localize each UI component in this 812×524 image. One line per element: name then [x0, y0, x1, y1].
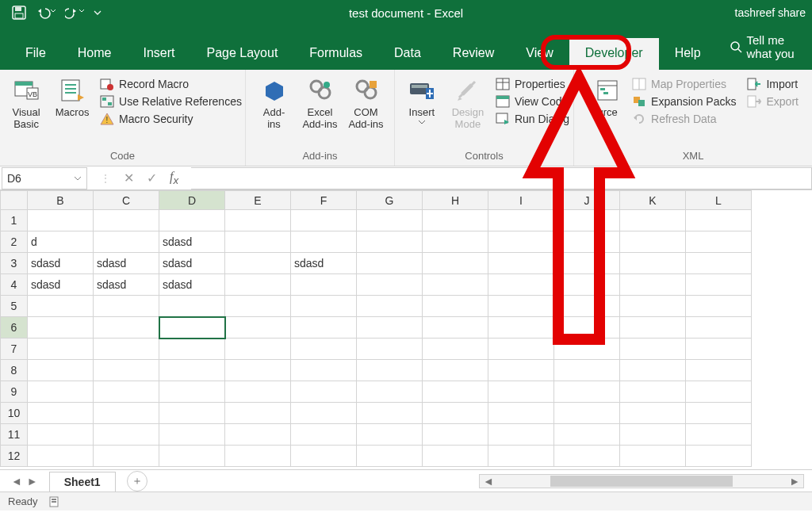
record-macro-icon	[100, 78, 114, 90]
tab-insert[interactable]: Insert	[127, 38, 190, 70]
svg-rect-54	[52, 501, 56, 503]
row-header[interactable]: 4	[1, 274, 28, 296]
username-label[interactable]: tashreef share	[735, 6, 806, 19]
tell-me-search[interactable]: Tell me what you	[717, 25, 812, 70]
row-header[interactable]: 6	[1, 317, 28, 338]
scroll-right-icon[interactable]: ►	[786, 475, 803, 488]
row-header[interactable]: 12	[1, 446, 28, 467]
select-all-corner[interactable]	[1, 191, 28, 210]
excel-addins-button[interactable]: Excel Add-ins	[297, 73, 343, 130]
design-mode-icon	[456, 76, 480, 105]
row-header[interactable]: 11	[1, 424, 28, 446]
view-code-icon	[496, 95, 510, 108]
tab-file[interactable]: File	[10, 38, 62, 70]
sheet-tab-bar: ◄ ► Sheet1 ＋ ◄ ►	[0, 469, 812, 491]
svg-point-3	[731, 42, 739, 50]
col-header[interactable]: E	[225, 191, 291, 210]
insert-control-button[interactable]: Insert	[399, 73, 445, 124]
col-header[interactable]: D	[159, 191, 225, 210]
col-header[interactable]: K	[620, 191, 686, 210]
tab-developer[interactable]: Developer	[569, 38, 659, 70]
map-properties-button[interactable]: Map Properties	[632, 78, 736, 90]
scrollbar-thumb[interactable]	[550, 476, 733, 487]
sheet-nav-next-icon[interactable]: ►	[27, 475, 38, 488]
macro-security-button[interactable]: ! Macro Security	[100, 113, 242, 125]
tab-help[interactable]: Help	[659, 38, 717, 70]
svg-rect-6	[15, 82, 33, 86]
svg-rect-48	[638, 100, 645, 106]
svg-rect-44	[603, 92, 608, 94]
status-bar: Ready	[0, 491, 812, 511]
addins-button[interactable]: Add- ins	[251, 73, 297, 130]
svg-marker-13	[78, 94, 84, 101]
svg-marker-21	[266, 82, 283, 101]
col-header[interactable]: J	[554, 191, 620, 210]
tab-page-layout[interactable]: Page Layout	[190, 38, 293, 70]
ribbon-tabs: File Home Insert Page Layout Formulas Da…	[0, 25, 812, 70]
view-code-button[interactable]: View Code	[496, 95, 569, 108]
svg-rect-51	[748, 96, 756, 107]
name-box[interactable]: D6	[2, 167, 87, 189]
formula-controls: ⋮ ✕ ✓ fx	[87, 170, 191, 186]
undo-icon[interactable]	[36, 6, 56, 19]
properties-button[interactable]: Properties	[496, 78, 569, 90]
macros-button[interactable]: Macros	[49, 73, 95, 118]
sheet-tab[interactable]: Sheet1	[49, 472, 116, 491]
visual-basic-button[interactable]: VB Visual Basic	[3, 73, 49, 130]
use-relative-references-button[interactable]: Use Relative References	[100, 95, 242, 108]
svg-line-4	[738, 49, 741, 52]
xml-source-button[interactable]: urce	[588, 73, 627, 118]
tab-view[interactable]: View	[510, 38, 569, 70]
row-header[interactable]: 1	[1, 210, 28, 231]
row-header[interactable]: 5	[1, 296, 28, 317]
row-header[interactable]: 3	[1, 253, 28, 274]
redo-icon[interactable]	[65, 6, 84, 19]
import-icon	[747, 78, 761, 90]
tab-data[interactable]: Data	[378, 38, 437, 70]
group-label-addins: Add-ins	[302, 150, 337, 164]
selected-cell[interactable]	[159, 317, 225, 338]
spreadsheet-grid[interactable]: B C D E F G H I J K L 1 2dsdasd 3sdasdsd…	[0, 190, 812, 469]
row-header[interactable]: 10	[1, 403, 28, 424]
formula-input[interactable]	[191, 167, 812, 189]
scroll-left-icon[interactable]: ◄	[480, 475, 497, 488]
row-header[interactable]: 9	[1, 381, 28, 403]
qat-customize-icon[interactable]	[94, 9, 102, 17]
col-header[interactable]: H	[423, 191, 488, 210]
save-icon[interactable]	[11, 5, 27, 21]
design-mode-button[interactable]: Design Mode	[445, 73, 491, 130]
row-header[interactable]: 2	[1, 231, 28, 253]
col-header[interactable]: B	[28, 191, 94, 210]
xml-source-icon	[596, 76, 619, 105]
col-header[interactable]: G	[357, 191, 423, 210]
row-header[interactable]: 7	[1, 338, 28, 360]
tab-review[interactable]: Review	[437, 38, 510, 70]
chevron-down-icon[interactable]	[74, 176, 82, 181]
macro-record-status-icon[interactable]	[49, 496, 62, 507]
record-macro-button[interactable]: Record Macro	[100, 78, 242, 90]
add-sheet-button[interactable]: ＋	[127, 471, 147, 491]
svg-rect-9	[62, 80, 79, 101]
tab-home[interactable]: Home	[62, 38, 128, 70]
com-addins-button[interactable]: COM Add-ins	[343, 73, 389, 130]
cancel-formula-icon[interactable]: ✕	[124, 170, 134, 186]
visual-basic-icon: VB	[13, 76, 40, 105]
refresh-data-button[interactable]: Refresh Data	[632, 113, 736, 125]
sheet-nav-prev-icon[interactable]: ◄	[11, 475, 22, 488]
xml-export-button[interactable]: Export	[747, 95, 798, 108]
row-header[interactable]: 8	[1, 360, 28, 381]
col-header[interactable]: C	[94, 191, 159, 210]
fx-icon[interactable]: fx	[170, 170, 178, 186]
svg-rect-2	[15, 13, 23, 18]
expansion-packs-button[interactable]: Expansion Packs	[632, 95, 736, 108]
col-header[interactable]: L	[686, 191, 752, 210]
accept-formula-icon[interactable]: ✓	[147, 170, 157, 186]
col-header[interactable]: I	[488, 191, 554, 210]
xml-import-button[interactable]: Import	[747, 78, 798, 90]
col-header[interactable]: F	[291, 191, 357, 210]
tab-formulas[interactable]: Formulas	[293, 38, 378, 70]
document-title: test document - Excel	[349, 6, 463, 20]
horizontal-scrollbar[interactable]: ◄ ►	[479, 474, 804, 488]
svg-text:VB: VB	[28, 90, 37, 98]
run-dialog-button[interactable]: Run Dialog	[496, 113, 569, 125]
